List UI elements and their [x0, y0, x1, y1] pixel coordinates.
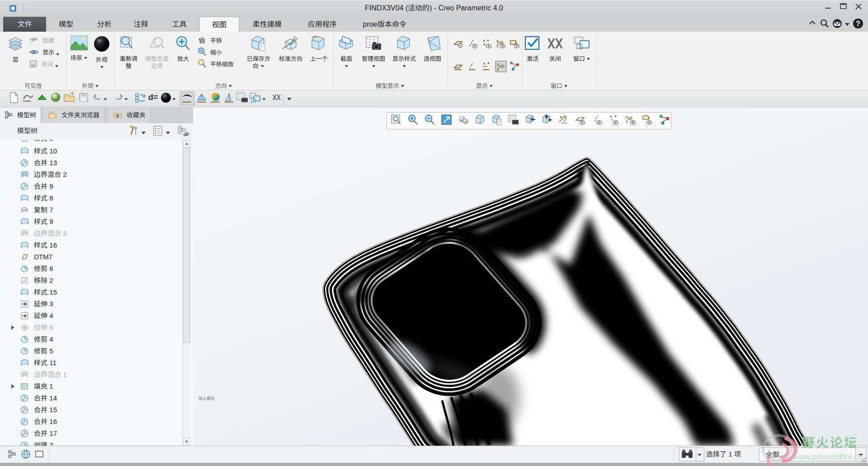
svg-text:y: y: [625, 114, 627, 119]
svg-text:d=: d=: [148, 93, 158, 102]
svg-text:?: ?: [856, 20, 860, 28]
svg-text:y: y: [496, 38, 499, 43]
svg-text:y: y: [497, 62, 499, 67]
